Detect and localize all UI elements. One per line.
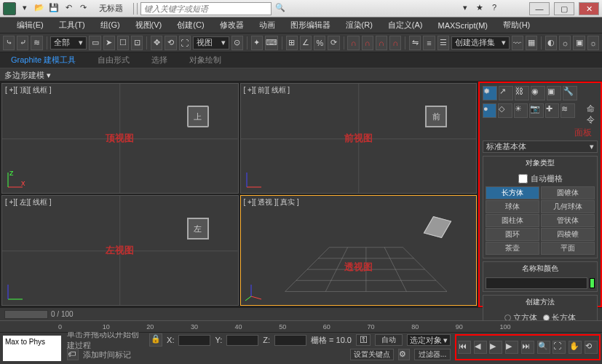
next-frame-icon[interactable]: ▶ <box>505 341 518 354</box>
magnet1-icon[interactable]: ∩ <box>347 36 359 50</box>
menu-help[interactable]: 帮助(H) <box>497 18 536 32</box>
cylinder-button[interactable]: 圆柱体 <box>486 214 539 227</box>
maximize-button[interactable]: ▢ <box>554 2 574 15</box>
menu-create[interactable]: 创建(C) <box>171 18 210 32</box>
viewport-left[interactable]: [ +][ 左][ 线框 ] 左 左视图 <box>1 195 239 306</box>
autokey-button[interactable]: 自动 <box>375 334 403 346</box>
save-icon[interactable]: 💾 <box>48 3 60 15</box>
menu-edit[interactable]: 编辑(E) <box>11 18 49 32</box>
keyfilter-icon[interactable]: ⚙ <box>398 349 410 360</box>
material-icon[interactable]: ◐ <box>545 36 557 50</box>
snap-icon[interactable]: ⊞ <box>286 36 298 50</box>
cone-button[interactable]: 圆锥体 <box>541 186 595 199</box>
tag-icon[interactable]: 🏷 <box>67 349 79 360</box>
setkey-button[interactable]: 设置关键点 <box>350 349 394 360</box>
object-name-input[interactable] <box>486 277 587 289</box>
geometry-icon[interactable]: ● <box>483 103 496 118</box>
x-coord-input[interactable] <box>178 335 210 346</box>
torus-button[interactable]: 圆环 <box>486 228 539 241</box>
plane-button[interactable]: 平面 <box>541 242 595 255</box>
search-icon[interactable]: 🔍 <box>274 3 286 15</box>
redo-icon[interactable]: ↷ <box>77 3 89 15</box>
rollout-name-color[interactable]: 名称和颜色 <box>483 262 597 275</box>
helpers-icon[interactable]: ✚ <box>545 103 559 118</box>
ribbon-subtab[interactable]: 多边形建模 ▾ <box>0 68 602 82</box>
lock-icon[interactable]: 🔒 <box>149 333 162 347</box>
refcoord-combo[interactable]: 视图▾ <box>193 36 229 50</box>
goto-end-icon[interactable]: ⏭ <box>521 341 534 354</box>
mirror-icon[interactable]: ⇋ <box>409 36 421 50</box>
app-logo-icon[interactable] <box>3 2 16 15</box>
spinner-icon[interactable]: ⟳ <box>328 36 339 50</box>
tube-button[interactable]: 管状体 <box>541 214 595 227</box>
time-ruler[interactable]: 0102030405060708090100 <box>0 320 602 332</box>
pan-icon[interactable]: ✋ <box>569 341 582 354</box>
time-slider-handle[interactable] <box>4 310 48 319</box>
help-icon[interactable]: ? <box>488 3 500 15</box>
menu-view[interactable]: 视图(V) <box>130 18 168 32</box>
menu-render[interactable]: 渲染(R) <box>340 18 379 32</box>
rollout-object-type[interactable]: 对象类型 <box>483 157 597 170</box>
modify-tab-icon[interactable]: ↗ <box>499 86 513 100</box>
magnet2-icon[interactable]: ∩ <box>362 36 373 50</box>
tab-freeform[interactable]: 自由形式 <box>98 55 130 66</box>
magnet4-icon[interactable]: ∩ <box>389 36 401 50</box>
zoom-all-icon[interactable]: ⛶ <box>553 341 566 354</box>
geosphere-button[interactable]: 几何球体 <box>541 200 595 213</box>
keymode-icon[interactable]: ⌨ <box>265 36 278 50</box>
arrow-icon[interactable]: ➤ <box>103 36 115 50</box>
color-swatch[interactable] <box>590 278 595 288</box>
unlink-icon[interactable]: ⤶ <box>17 36 28 50</box>
lights-icon[interactable]: ☀ <box>514 103 528 118</box>
prev-frame-icon[interactable]: ◀ <box>474 341 487 354</box>
autogrid-checkbox[interactable] <box>518 174 528 183</box>
y-coord-input[interactable] <box>226 335 258 346</box>
new-icon[interactable]: ▾ <box>19 3 31 15</box>
chevron-down-icon[interactable]: ▾ <box>459 3 471 15</box>
star-icon[interactable]: ★ <box>474 3 486 15</box>
quick-render-icon[interactable]: ☼ <box>587 36 599 50</box>
create-tab-icon[interactable]: ✹ <box>483 86 497 100</box>
menu-group[interactable]: 组(G) <box>95 18 126 32</box>
teapot-button[interactable]: 茶壶 <box>486 242 539 255</box>
viewcube-icon[interactable]: 左 <box>187 218 209 240</box>
filter-button[interactable]: 过滤器... <box>414 349 451 360</box>
named-selection-combo[interactable]: 创建选择集▾ <box>451 36 510 50</box>
schematic-icon[interactable]: ▦ <box>526 36 537 50</box>
time-tag-prompt[interactable]: 添加时间标记 <box>83 349 346 360</box>
shapes-icon[interactable]: ◇ <box>498 103 512 118</box>
spacewarps-icon[interactable]: ≋ <box>561 103 574 118</box>
play-icon[interactable]: ▶ <box>489 341 502 354</box>
rotate-icon[interactable]: ⟲ <box>165 36 176 50</box>
viewcube-icon[interactable]: 前 <box>425 106 447 127</box>
orbit-icon[interactable]: ⟲ <box>585 341 598 354</box>
display-tab-icon[interactable]: ▣ <box>547 86 561 100</box>
motion-tab-icon[interactable]: ◉ <box>531 86 545 100</box>
utilities-tab-icon[interactable]: 🔧 <box>563 86 577 100</box>
hierarchy-tab-icon[interactable]: ⛓ <box>515 86 529 100</box>
asnap-icon[interactable]: ∠ <box>300 36 312 50</box>
render-setup-icon[interactable]: ☼ <box>559 36 571 50</box>
viewcube-icon[interactable]: 上 <box>187 106 209 127</box>
close-button[interactable]: ✕ <box>579 2 599 15</box>
select-icon[interactable]: ▭ <box>89 36 100 50</box>
sphere-button[interactable]: 球体 <box>486 200 539 213</box>
manip-icon[interactable]: ✦ <box>251 36 263 50</box>
tab-graphite[interactable]: Graphite 建模工具 <box>11 55 76 66</box>
render-frame-icon[interactable]: ▣ <box>573 36 585 50</box>
menu-animation[interactable]: 动画 <box>253 18 281 32</box>
tab-selection[interactable]: 选择 <box>151 55 167 66</box>
key-icon[interactable]: ⚿ <box>356 334 371 346</box>
window-select-icon[interactable]: ⊡ <box>131 36 143 50</box>
rect-select-icon[interactable]: ☐ <box>117 36 129 50</box>
viewport-front[interactable]: [ +][ 前][ 线框 ] 前 前视图 <box>240 83 478 194</box>
goto-start-icon[interactable]: ⏮ <box>458 341 471 354</box>
menu-maxscript[interactable]: MAXScript(M) <box>432 20 494 31</box>
maxscript-listener[interactable]: Max to Phys <box>3 336 61 361</box>
tab-objectpaint[interactable]: 对象绘制 <box>189 55 221 66</box>
search-input[interactable] <box>140 2 272 15</box>
psnap-icon[interactable]: % <box>314 36 325 50</box>
curve-editor-icon[interactable]: 〰 <box>512 36 523 50</box>
menu-customize[interactable]: 自定义(A) <box>382 18 429 32</box>
magnet3-icon[interactable]: ∩ <box>376 36 387 50</box>
